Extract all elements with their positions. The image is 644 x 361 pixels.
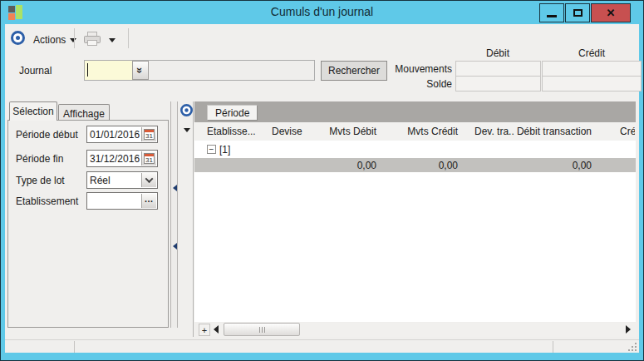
close-icon: ✕ (607, 7, 616, 19)
group-row[interactable]: − [1] (194, 141, 636, 158)
scroll-right-icon[interactable] (626, 325, 631, 334)
summary-row: 0,00 0,00 0,00 (194, 158, 636, 172)
column-header[interactable]: Débit transaction (514, 126, 593, 137)
collapse-toggle-icon[interactable]: − (207, 145, 216, 154)
close-button[interactable]: ✕ (591, 3, 631, 22)
grid-group-band: Période (194, 101, 636, 122)
column-header[interactable]: Mvts Débit (328, 126, 383, 137)
grid-gutter (179, 101, 194, 337)
actions-label: Actions (33, 34, 66, 46)
debit-column-header: Débit (455, 47, 540, 59)
mouvements-debit-field (455, 61, 541, 77)
print-dropdown-button[interactable] (109, 38, 116, 42)
statusbar-divider (553, 341, 553, 353)
column-header[interactable]: Devise (272, 126, 328, 137)
collapse-left-icon[interactable] (173, 185, 177, 191)
tab-affichage[interactable]: Affichage (58, 104, 110, 121)
selection-panel (7, 120, 169, 328)
maximize-icon (573, 9, 583, 17)
grid-options-dropdown-icon[interactable] (184, 128, 190, 132)
print-button[interactable] (83, 32, 101, 49)
collapse-left-icon[interactable] (173, 243, 177, 250)
resize-grip[interactable] (627, 343, 637, 352)
printer-icon (83, 32, 101, 47)
periode-group-button[interactable]: Période (207, 105, 258, 121)
plus-icon: + (202, 325, 207, 335)
journal-lookup-button[interactable]: » (132, 61, 149, 80)
mouvements-label: Mouvements (366, 63, 452, 75)
summary-debit-transaction: 0,00 (514, 160, 593, 171)
record-target-icon[interactable] (11, 31, 25, 45)
cumuls-grid: Période Etablisse... Devise Mvts Débit M… (194, 101, 636, 322)
double-chevron-down-icon: » (134, 67, 146, 73)
journal-lookup-group: » (84, 60, 315, 81)
toolbar-separator (128, 28, 129, 48)
solde-debit-field (455, 76, 541, 91)
app-window: Cumuls d'un journal ✕ Actions Journal » … (0, 0, 644, 361)
title-bar[interactable]: Cumuls d'un journal ✕ (1, 1, 643, 24)
minimize-icon (547, 15, 557, 17)
column-header[interactable]: Cré (593, 126, 635, 137)
column-header[interactable]: Dev. tra... (466, 126, 514, 137)
statusbar-divider (74, 341, 75, 353)
minimize-button[interactable] (539, 3, 564, 22)
panel-splitter[interactable] (170, 101, 178, 328)
add-row-button[interactable]: + (199, 324, 210, 336)
tab-selection[interactable]: Sélection (9, 101, 57, 121)
column-header[interactable]: Mvts Crédit (383, 126, 466, 137)
summary-mvts-credit: 0,00 (383, 160, 466, 171)
toolbar-separator (74, 28, 75, 48)
scroll-left-icon[interactable] (214, 325, 219, 334)
maximize-button[interactable] (565, 3, 590, 22)
horizontal-scrollbar[interactable] (212, 323, 636, 337)
grid-record-icon[interactable] (180, 104, 193, 116)
summary-mvts-debit: 0,00 (328, 160, 383, 171)
actions-menu-button[interactable]: Actions (33, 34, 76, 46)
mouvements-credit-field (542, 61, 642, 77)
text-caret (87, 63, 88, 77)
status-bar (5, 339, 639, 353)
solde-label: Solde (366, 78, 452, 90)
solde-credit-field (542, 76, 642, 91)
journal-label: Journal (19, 65, 52, 77)
credit-column-header: Crédit (542, 47, 642, 59)
journal-input[interactable] (85, 61, 132, 80)
column-header[interactable]: Etablisse... (207, 126, 272, 137)
grid-header-row: Etablisse... Devise Mvts Débit Mvts Créd… (194, 122, 636, 141)
scrollbar-thumb[interactable] (224, 323, 300, 336)
group-row-label: [1] (219, 144, 230, 156)
